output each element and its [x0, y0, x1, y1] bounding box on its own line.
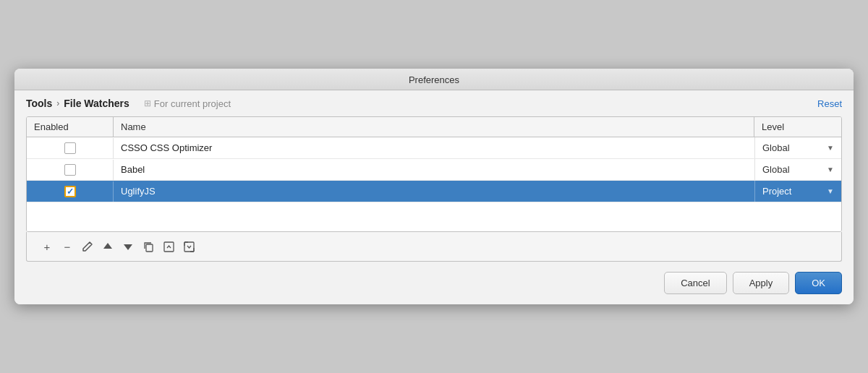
enabled-checkbox[interactable] — [64, 164, 76, 176]
for-project-text: For current project — [154, 98, 231, 109]
level-value: Global — [762, 164, 790, 175]
add-button[interactable]: + — [38, 238, 56, 255]
col-header-enabled: Enabled — [27, 117, 114, 137]
move-down-button[interactable] — [119, 238, 137, 255]
edit-button[interactable] — [79, 238, 96, 255]
ok-button[interactable]: OK — [795, 272, 842, 294]
svg-rect-4 — [184, 242, 194, 252]
breadcrumb: Tools › File Watchers — [26, 98, 129, 109]
file-watchers-table: Enabled Name Level CSSO CSS Optimizer Gl… — [26, 116, 842, 232]
down-arrow-icon — [123, 241, 133, 252]
cancel-button[interactable]: Cancel — [664, 272, 726, 294]
row-name-cell: Babel — [114, 159, 754, 180]
table-header: Enabled Name Level — [27, 117, 841, 137]
row-name-cell: CSSO CSS Optimizer — [114, 137, 754, 158]
table-row[interactable]: Babel Global ▼ — [27, 159, 841, 181]
empty-row — [27, 202, 841, 231]
collapse-icon — [163, 241, 174, 252]
level-value: Project — [762, 186, 791, 197]
move-up-button[interactable] — [99, 238, 116, 255]
enabled-checkbox[interactable] — [64, 186, 76, 197]
collapse-button[interactable] — [160, 238, 177, 255]
enabled-checkbox[interactable] — [64, 142, 76, 154]
row-level-cell: Global ▼ — [754, 159, 841, 180]
up-arrow-icon — [103, 241, 113, 252]
svg-rect-3 — [164, 242, 174, 252]
level-dropdown-arrow[interactable]: ▼ — [827, 166, 834, 173]
header: Tools › File Watchers ⊞ For current proj… — [14, 90, 854, 116]
expand-icon — [184, 241, 195, 252]
col-header-level: Level — [754, 117, 841, 137]
col-header-name: Name — [114, 117, 754, 137]
level-dropdown-arrow[interactable]: ▼ — [827, 144, 834, 152]
row-name-cell: UglifyJS — [114, 181, 754, 202]
remove-button[interactable]: − — [59, 238, 76, 255]
footer: Cancel Apply OK — [14, 262, 854, 304]
watcher-name: UglifyJS — [121, 186, 156, 197]
copy-icon — [143, 241, 154, 252]
reset-button[interactable]: Reset — [817, 98, 842, 109]
level-dropdown-arrow[interactable]: ▼ — [827, 187, 834, 195]
apply-button[interactable]: Apply — [733, 272, 790, 294]
watcher-name: CSSO CSS Optimizer — [121, 142, 212, 153]
table-row[interactable]: CSSO CSS Optimizer Global ▼ — [27, 137, 841, 159]
copy-button[interactable] — [140, 238, 157, 255]
row-enabled-cell — [27, 138, 114, 158]
row-level-cell: Global ▼ — [754, 137, 841, 158]
row-enabled-cell — [27, 181, 114, 202]
dialog-title: Preferences — [409, 74, 459, 85]
toolbar: + − — [26, 232, 842, 262]
watcher-name: Babel — [121, 164, 145, 175]
pencil-icon — [82, 241, 93, 252]
expand-button[interactable] — [180, 238, 197, 255]
svg-marker-1 — [124, 244, 132, 250]
breadcrumb-current: File Watchers — [64, 98, 129, 109]
breadcrumb-tools[interactable]: Tools — [26, 98, 52, 109]
preferences-dialog: Preferences Tools › File Watchers ⊞ For … — [14, 69, 854, 304]
table-row[interactable]: UglifyJS Project ▼ — [27, 181, 841, 202]
svg-marker-0 — [103, 243, 112, 249]
title-bar: Preferences — [14, 69, 854, 90]
row-level-cell: Project ▼ — [754, 181, 841, 202]
document-icon: ⊞ — [144, 98, 151, 108]
breadcrumb-separator: › — [56, 98, 59, 108]
row-enabled-cell — [27, 160, 114, 180]
for-project-label: ⊞ For current project — [144, 98, 231, 109]
svg-rect-2 — [146, 244, 153, 252]
level-value: Global — [762, 142, 790, 153]
